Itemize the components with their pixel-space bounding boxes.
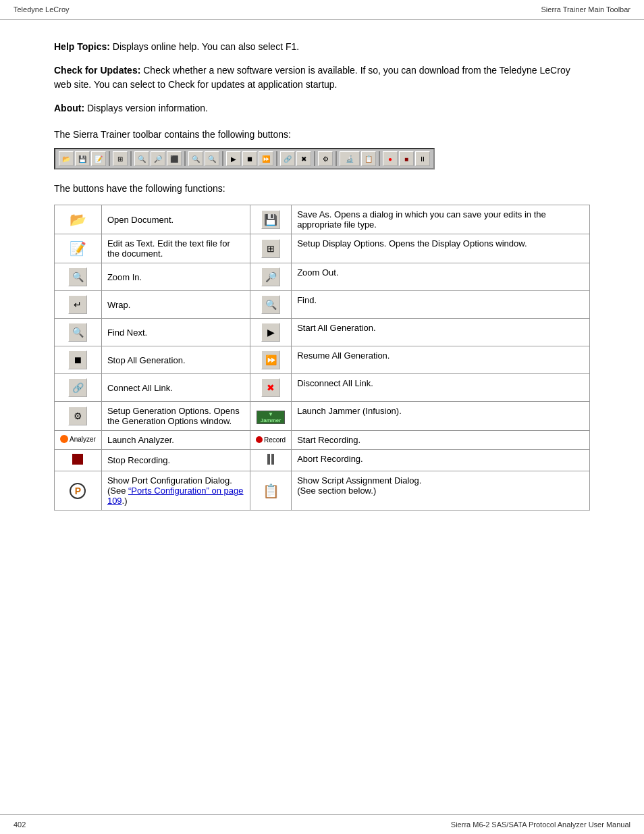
desc-launch-jammer: Launch Jammer (Infusion).	[292, 402, 590, 431]
icon-start-recording: Record	[250, 431, 291, 450]
desc-find: Find.	[292, 291, 590, 319]
help-topics-text: Displays online help. You can also selec…	[110, 41, 299, 52]
desc-wrap: Wrap.	[101, 291, 250, 319]
page-header: Teledyne LeCroy Sierra Trainer Main Tool…	[0, 0, 644, 20]
table-row: Stop Recording. Abort Recording.	[55, 450, 590, 471]
tb-connect-btn[interactable]: 🔗	[280, 151, 295, 166]
icon-show-port-config: P	[55, 471, 102, 511]
desc-launch-analyzer: Launch Analyzer.	[101, 431, 250, 450]
tb-script-btn[interactable]: 📋	[361, 151, 376, 166]
tb-sep6	[314, 151, 315, 166]
desc-show-script: Show Script Assignment Dialog.(See secti…	[292, 471, 590, 511]
tb-start-gen-btn[interactable]: ▶	[226, 151, 241, 166]
icon-edit-text: 📝	[55, 234, 102, 263]
tb-resume-gen-btn[interactable]: ⏩	[259, 151, 273, 166]
analyzer-icon: Analyzer	[60, 435, 96, 443]
tb-edit-btn[interactable]: 📝	[91, 151, 106, 166]
function-table: 📂 Open Document. 💾 Save As. Opens a dial…	[54, 205, 590, 511]
tb-sep4	[222, 151, 223, 166]
tb-sep8	[379, 151, 380, 166]
tb-disconnect-btn[interactable]: ✖	[296, 151, 311, 166]
tb-open-btn[interactable]: 📂	[59, 151, 74, 166]
icon-start-all-gen: ▶	[250, 319, 291, 346]
table-row: 🔍 Find Next. ▶ Start All Generation.	[55, 319, 590, 346]
help-topics-label: Help Topics:	[54, 41, 110, 52]
desc-setup-display: Setup Display Options. Opens the Display…	[292, 234, 590, 263]
desc-zoom-in: Zoom In.	[101, 263, 250, 291]
tb-save-btn[interactable]: 💾	[75, 151, 90, 166]
desc-stop-all-gen: Stop All Generation.	[101, 346, 250, 374]
port-config-icon: P	[70, 483, 86, 499]
table-row: 🔍 Zoom In. 🔎 Zoom Out.	[55, 263, 590, 291]
table-row: P Show Port Configuration Dialog. (See “…	[55, 471, 590, 511]
about-label: About:	[54, 103, 84, 113]
tb-stop-gen-btn[interactable]: ⏹	[242, 151, 257, 166]
icon-save-as: 💾	[250, 205, 291, 234]
icon-setup-gen: ⚙	[55, 402, 102, 431]
tb-setup-display-btn[interactable]: ⊞	[113, 151, 128, 166]
icon-launch-jammer: ▼ Jammer	[250, 402, 291, 431]
icon-resume-all-gen: ⏩	[250, 346, 291, 374]
tb-wrap-btn[interactable]: ⬛	[167, 151, 182, 166]
tb-analyzer-btn[interactable]: 🔬	[340, 151, 360, 166]
table-row: 📝 Edit as Text. Edit the text file for t…	[55, 234, 590, 263]
desc-edit-text: Edit as Text. Edit the text file for the…	[101, 234, 250, 263]
header-right: Sierra Trainer Main Toolbar	[541, 5, 630, 14]
desc-start-recording: Start Recording.	[292, 431, 590, 450]
icon-stop-recording	[55, 450, 102, 471]
desc-start-all-gen: Start All Generation.	[292, 319, 590, 346]
icon-connect-all: 🔗	[55, 374, 102, 402]
desc-open-doc: Open Document.	[101, 205, 250, 234]
help-topics-para: Help Topics: Displays online help. You c…	[54, 40, 590, 54]
tb-find-btn[interactable]: 🔍	[188, 151, 203, 166]
footer-page-number: 402	[14, 820, 26, 829]
icon-open-doc: 📂	[55, 205, 102, 234]
icon-disconnect-all: ✖	[250, 374, 291, 402]
header-left: Teledyne LeCroy	[14, 5, 70, 14]
script-assign-icon: 📋	[263, 483, 279, 499]
tb-sep3	[184, 151, 186, 166]
main-content: Help Topics: Displays online help. You c…	[0, 20, 644, 551]
icon-stop-all-gen: ⏹	[55, 346, 102, 374]
tb-find-next-btn[interactable]: 🔍	[205, 151, 219, 166]
toolbar-image: 📂 💾 📝 ⊞ 🔍 🔎 ⬛ 🔍 🔍 ▶ ⏹ ⏩ 🔗 ✖ ⚙ 🔬 📋 ● ■ ⏸	[54, 148, 435, 170]
desc-abort-recording: Abort Recording.	[292, 450, 590, 471]
icon-show-script: 📋	[250, 471, 291, 511]
icon-find-next: 🔍	[55, 319, 102, 346]
desc-setup-gen: Setup Generation Options. Opens the Gene…	[101, 402, 250, 431]
table-row: ↵ Wrap. 🔍 Find.	[55, 291, 590, 319]
tb-pause-btn[interactable]: ⏸	[415, 151, 430, 166]
tb-setup-gen-opts-btn[interactable]: ⚙	[318, 151, 333, 166]
icon-zoom-out: 🔎	[250, 263, 291, 291]
tb-zoom-in-btn[interactable]: 🔍	[134, 151, 149, 166]
icon-setup-display: ⊞	[250, 234, 291, 263]
desc-stop-recording: Stop Recording.	[101, 450, 250, 471]
tb-record-btn[interactable]: ●	[383, 151, 398, 166]
desc-zoom-out: Zoom Out.	[292, 263, 590, 291]
desc-disconnect-all: Disconnect All Link.	[292, 374, 590, 402]
table-row: ⚙ Setup Generation Options. Opens the Ge…	[55, 402, 590, 431]
tb-sep1	[109, 151, 110, 166]
icon-abort-recording	[250, 450, 291, 471]
tb-zoom-out-btn[interactable]: 🔎	[151, 151, 165, 166]
footer-manual-title: Sierra M6-2 SAS/SATA Protocol Analyzer U…	[451, 820, 630, 829]
about-text: Displays version information.	[84, 103, 208, 113]
check-updates-label: Check for Updates:	[54, 65, 140, 76]
ports-config-link[interactable]: “Ports Configuration” on page 109	[107, 486, 244, 506]
desc-resume-all-gen: Resume All Generation.	[292, 346, 590, 374]
icon-find: 🔍	[250, 291, 291, 319]
desc-save-as: Save As. Opens a dialog in which you can…	[292, 205, 590, 234]
toolbar-description: The Sierra Trainer toolbar contains the …	[54, 129, 590, 140]
tb-sep7	[336, 151, 337, 166]
tb-sep5	[276, 151, 277, 166]
pause-icon	[267, 454, 274, 465]
table-row: ⏹ Stop All Generation. ⏩ Resume All Gene…	[55, 346, 590, 374]
table-row: 🔗 Connect All Link. ✖ Disconnect All Lin…	[55, 374, 590, 402]
record-icon: Record	[256, 436, 286, 444]
tb-stop-btn[interactable]: ■	[399, 151, 414, 166]
page-footer: 402 Sierra M6-2 SAS/SATA Protocol Analyz…	[0, 814, 644, 834]
desc-connect-all: Connect All Link.	[101, 374, 250, 402]
desc-find-next: Find Next.	[101, 319, 250, 346]
desc-show-port-config: Show Port Configuration Dialog. (See “Po…	[101, 471, 250, 511]
tb-sep2	[130, 151, 132, 166]
